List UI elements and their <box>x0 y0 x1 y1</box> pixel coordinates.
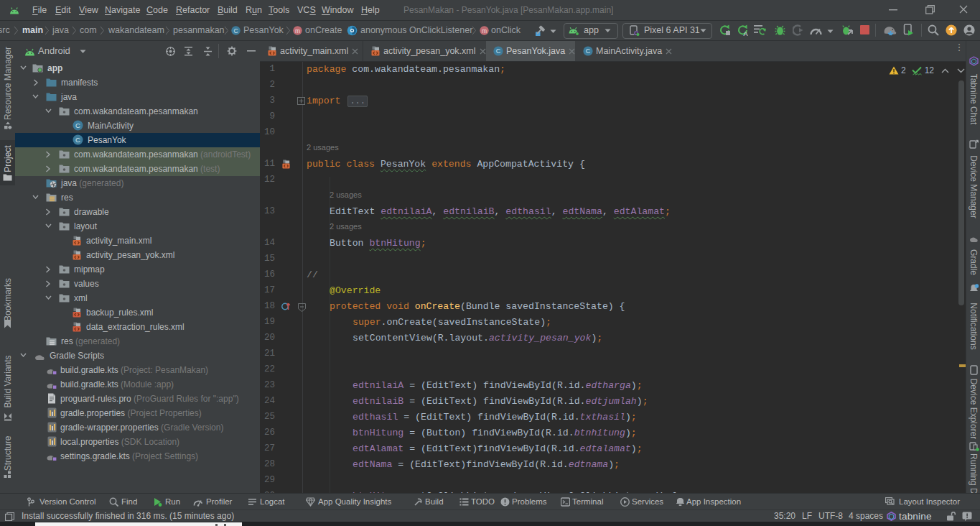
svg-text:C: C <box>496 47 501 55</box>
svg-text:m: m <box>482 27 487 34</box>
svg-text:C: C <box>586 47 591 55</box>
svg-text:C: C <box>75 121 80 129</box>
svg-text:C: C <box>233 27 238 34</box>
svg-text:m: m <box>295 27 300 34</box>
svg-text:A: A <box>743 30 747 37</box>
svg-text:C: C <box>75 136 80 144</box>
